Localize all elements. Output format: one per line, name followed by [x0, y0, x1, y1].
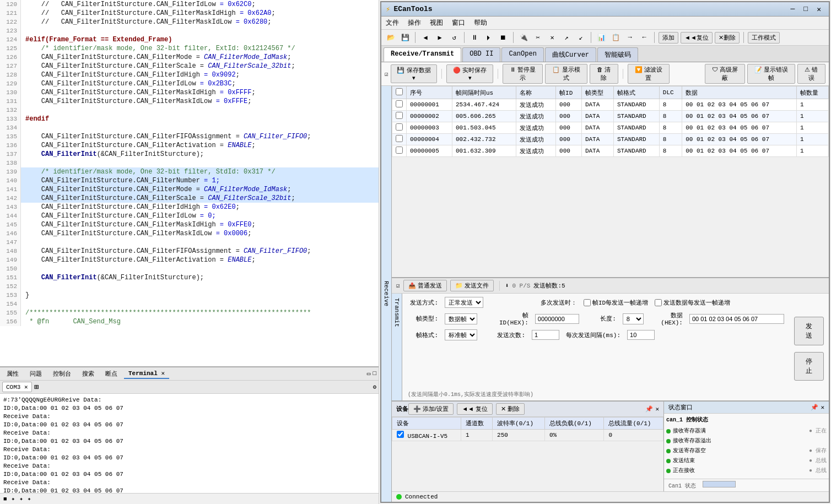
com3-tab[interactable]: COM3 ✕: [2, 382, 32, 392]
checkbox-transmit[interactable]: ☑: [396, 282, 400, 289]
open-icon[interactable]: 📂: [385, 31, 397, 44]
send-mode-select[interactable]: 正常发送: [445, 297, 483, 308]
pause-icon[interactable]: ⏸: [468, 31, 481, 44]
send-times-input[interactable]: [532, 330, 559, 340]
display-mode-btn[interactable]: 📋 显示模式: [545, 64, 587, 84]
resume-icon[interactable]: ⏵: [483, 31, 495, 44]
tab-terminal[interactable]: Terminal ✕: [124, 368, 169, 379]
code-line-152: 152: [0, 282, 379, 291]
pause-display-btn[interactable]: ⏸ 暂停显示: [503, 64, 543, 84]
menu-file[interactable]: 文件: [386, 18, 399, 28]
connect-icon[interactable]: 🔌: [517, 31, 530, 44]
length-select[interactable]: 8: [623, 313, 644, 324]
del-btn[interactable]: ✕删除: [715, 32, 740, 44]
frame-id-input[interactable]: [535, 314, 579, 324]
tab-obd2[interactable]: OBD II: [462, 47, 500, 62]
data-inc-checkbox[interactable]: [655, 299, 662, 306]
code-line-131: 131 CAN_FilterInitSturcture.CAN_FilterMa…: [0, 97, 379, 106]
menu-help[interactable]: 帮助: [474, 18, 487, 28]
data-input[interactable]: [689, 314, 784, 324]
win-close[interactable]: ✕: [813, 5, 824, 14]
transmit-side-tab[interactable]: Transmit: [392, 294, 402, 400]
tab-breakpoints[interactable]: 断点: [101, 368, 122, 379]
device-checkbox-0[interactable]: [397, 431, 404, 438]
checkbox-data-inc[interactable]: 发送数据每发送一帧递增: [655, 299, 730, 307]
code-line-154: 154: [0, 300, 379, 308]
new-terminal-icon[interactable]: ⊞: [34, 382, 39, 392]
frame-format-select[interactable]: 标准帧: [445, 329, 477, 340]
settings-icon[interactable]: ⚙: [373, 383, 376, 391]
transmit-section: ☑ 📤 普通发送 📁 发送文件 ⬇ 0 P/S 发送帧数:5 Transmit …: [392, 277, 829, 400]
win-minimize[interactable]: ─: [787, 5, 798, 14]
status-close-icon[interactable]: ✕: [821, 404, 824, 411]
delete-icon[interactable]: ✕: [546, 31, 558, 44]
realtime-save-btn[interactable]: 🔴 实时保存 ▾: [446, 64, 493, 83]
display-remarks-btn[interactable]: 📝 显示错误帧: [747, 64, 795, 84]
graph-icon[interactable]: 📊: [595, 31, 607, 44]
tab-smart-decode[interactable]: 智能破码: [597, 47, 638, 62]
cell-interval: 001.503.045: [452, 122, 516, 134]
terminal-line: ID:0,Data:00 01 02 03 04 05 06 07: [3, 421, 375, 429]
arrow-left-icon[interactable]: ←: [638, 31, 650, 44]
trace-icon[interactable]: 📋: [609, 31, 622, 44]
cell-channels: 1: [461, 430, 492, 441]
code-line-135: 135 CAN_FilterInitSturcture.CAN_FilterFI…: [0, 132, 379, 141]
clear-btn[interactable]: 🗑 清除: [590, 64, 618, 84]
receive-side-tab[interactable]: Receive: [381, 86, 392, 502]
work-mode-btn[interactable]: 工作模式: [748, 32, 780, 44]
line-content: CAN_FilterInitSturcture.CAN_FilterActiva…: [21, 141, 256, 150]
row-checkbox-0[interactable]: [396, 100, 403, 107]
delete-device-btn[interactable]: ✕ 删除: [496, 403, 525, 415]
tab-search[interactable]: 搜索: [78, 368, 99, 379]
save-icon[interactable]: 💾: [399, 31, 411, 44]
minimize-icon[interactable]: ▭: [367, 370, 371, 377]
row-checkbox-3[interactable]: [396, 135, 403, 142]
export-icon[interactable]: ↗: [560, 31, 573, 44]
normal-send-btn[interactable]: 📤 普通发送: [403, 280, 447, 291]
send-button[interactable]: 发送: [794, 317, 824, 345]
line-number: 124: [0, 35, 21, 44]
filter-settings-btn[interactable]: 🔽 滤波设置: [628, 64, 670, 84]
add-setting-device-btn[interactable]: ➕ 添加/设置: [408, 403, 454, 415]
stop-icon[interactable]: ⏹: [497, 31, 509, 44]
forward-icon[interactable]: ▶: [434, 31, 446, 44]
row-checkbox-1[interactable]: [396, 112, 403, 119]
device-pin-icon[interactable]: 📌: [645, 405, 653, 413]
tab-problems[interactable]: 问题: [25, 368, 46, 379]
advanced-filter-btn[interactable]: 🛡 高级屏蔽: [705, 64, 745, 84]
maximize-icon[interactable]: □: [373, 370, 376, 377]
row-checkbox-4[interactable]: [396, 147, 403, 154]
menu-window[interactable]: 窗口: [452, 18, 465, 28]
cut-icon[interactable]: ✂: [532, 31, 544, 44]
arrow-right-icon[interactable]: →: [624, 31, 636, 44]
status-pin-icon[interactable]: 📌: [811, 404, 818, 411]
import-icon[interactable]: ↙: [575, 31, 587, 44]
device-close-icon[interactable]: ✕: [655, 405, 659, 413]
interval-input[interactable]: [627, 330, 655, 340]
stop-button[interactable]: 停止: [794, 352, 824, 381]
save-data-btn[interactable]: 💾 保存数据 ▾: [391, 64, 438, 83]
add-setting-btn[interactable]: 添加: [659, 32, 678, 44]
back-icon[interactable]: ◀: [419, 31, 431, 44]
frameid-inc-checkbox[interactable]: [584, 299, 591, 306]
receive-table: 序号 帧间隔时间us 名称 帧ID 帧类型 帧格式 DLC 数据 帧数量: [392, 86, 829, 157]
menu-operate[interactable]: 操作: [408, 18, 421, 28]
send-file-btn[interactable]: 📁 发送文件: [450, 280, 494, 291]
frame-type-select[interactable]: 数据帧: [445, 313, 477, 324]
refresh-icon[interactable]: ↺: [448, 31, 460, 44]
tab-receive-transmit[interactable]: Receive/Transmit: [384, 47, 461, 62]
checkbox-all[interactable]: ☑: [385, 71, 388, 78]
tab-console[interactable]: 控制台: [48, 368, 75, 379]
tab-canopen[interactable]: CanOpen: [501, 47, 543, 62]
tab-curver[interactable]: 曲线Curver: [545, 47, 596, 62]
copy-btn[interactable]: ◄◄复位: [681, 32, 713, 44]
menu-view[interactable]: 视图: [430, 18, 443, 28]
down-arrow-icon: ⬇: [505, 282, 509, 289]
checkbox-frameid-inc[interactable]: 帧ID每发送一帧递增: [584, 299, 648, 307]
error-btn[interactable]: ⚠ 错误: [797, 64, 825, 84]
win-maximize[interactable]: □: [800, 5, 811, 14]
tab-properties[interactable]: 属性: [2, 368, 23, 379]
reset-btn[interactable]: ◄◄ 复位: [457, 403, 493, 415]
select-all-checkbox[interactable]: [396, 88, 403, 95]
row-checkbox-2[interactable]: [396, 123, 403, 131]
